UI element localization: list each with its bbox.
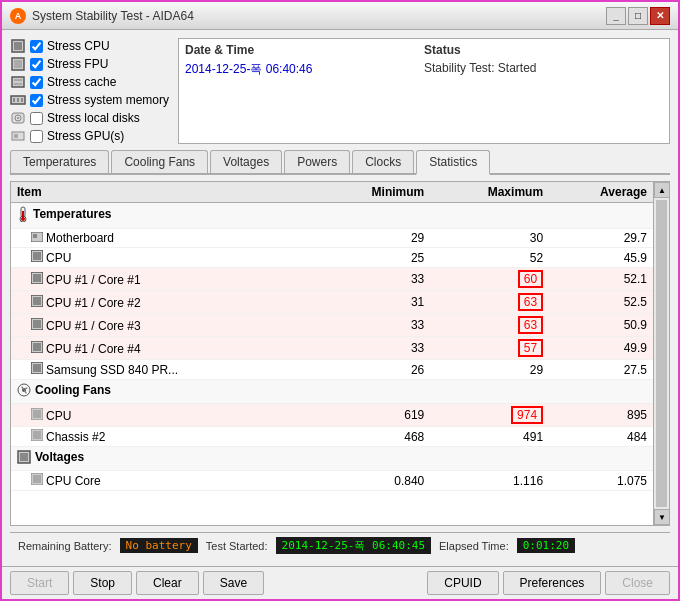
svg-rect-23 (33, 252, 41, 260)
svg-rect-18 (22, 211, 24, 218)
svg-rect-43 (33, 475, 41, 483)
stress-fpu-checkbox[interactable] (30, 58, 43, 71)
section-title: Cooling Fans (35, 383, 111, 397)
svg-rect-25 (33, 274, 41, 282)
svg-point-19 (21, 217, 25, 221)
cell-avg: 484 (549, 427, 653, 447)
content-area: Stress CPU Stress FPU Stress cache (2, 30, 678, 566)
svg-rect-3 (14, 60, 22, 68)
highlighted-max-value: 57 (518, 339, 543, 357)
save-button[interactable]: Save (203, 571, 264, 595)
cell-item: Motherboard (11, 229, 316, 248)
stop-button[interactable]: Stop (73, 571, 132, 595)
stress-cache-checkbox[interactable] (30, 76, 43, 89)
app-icon: A (10, 8, 26, 24)
test-started-value: 2014-12-25-폭 06:40:45 (276, 537, 431, 554)
table-row: CPU #1 / Core #2316352.5 (11, 291, 653, 314)
close-window-button[interactable]: ✕ (650, 7, 670, 25)
stress-gpu-label: Stress GPU(s) (47, 129, 124, 143)
cell-item: CPU #1 / Core #1 (11, 268, 316, 291)
scrollbar[interactable]: ▲ ▼ (653, 182, 669, 525)
battery-value: No battery (120, 538, 198, 553)
table-row: Chassis #2468491484 (11, 427, 653, 447)
tab-bar: Temperatures Cooling Fans Voltages Power… (10, 150, 670, 175)
cpu-icon (10, 38, 26, 54)
tab-voltages[interactable]: Voltages (210, 150, 282, 173)
cell-max: 63 (430, 291, 549, 314)
tab-temperatures[interactable]: Temperatures (10, 150, 109, 173)
svg-rect-39 (33, 431, 41, 439)
cell-max: 30 (430, 229, 549, 248)
cell-max: 491 (430, 427, 549, 447)
svg-rect-29 (33, 320, 41, 328)
elapsed-label: Elapsed Time: (439, 540, 509, 552)
cell-avg: 45.9 (549, 248, 653, 268)
cell-max: 63 (430, 314, 549, 337)
svg-rect-41 (20, 453, 28, 461)
stress-memory-row: Stress system memory (10, 92, 170, 108)
scrollbar-thumb[interactable] (656, 200, 667, 507)
tab-clocks[interactable]: Clocks (352, 150, 414, 173)
disk-icon (10, 110, 26, 126)
stress-memory-checkbox[interactable] (30, 94, 43, 107)
table-scroll-area[interactable]: Item Minimum Maximum Average Temperature… (11, 182, 653, 525)
scroll-down-button[interactable]: ▼ (654, 509, 670, 525)
cell-avg: 49.9 (549, 337, 653, 360)
cell-avg: 29.7 (549, 229, 653, 248)
test-started-label: Test Started: (206, 540, 268, 552)
table-body: Temperatures Motherboard293029.7CPU25524… (11, 203, 653, 491)
status-datetime: 2014-12-25-폭 06:40:46 (185, 61, 424, 78)
stress-gpu-checkbox[interactable] (30, 130, 43, 143)
cell-min: 0.840 (316, 471, 430, 491)
tab-cooling-fans[interactable]: Cooling Fans (111, 150, 208, 173)
scroll-up-button[interactable]: ▲ (654, 182, 670, 198)
window-title: System Stability Test - AIDA64 (32, 9, 194, 23)
stress-fpu-label: Stress FPU (47, 57, 108, 71)
cell-avg: 52.5 (549, 291, 653, 314)
table-row: CPU Core0.8401.1161.075 (11, 471, 653, 491)
datetime-header: Date & Time (185, 43, 424, 57)
stress-options: Stress CPU Stress FPU Stress cache (10, 38, 170, 144)
cell-min: 26 (316, 360, 430, 380)
svg-point-13 (17, 117, 19, 119)
stress-gpu-row: Stress GPU(s) (10, 128, 170, 144)
memory-icon (10, 92, 26, 108)
table-row: Motherboard293029.7 (11, 229, 653, 248)
top-section: Stress CPU Stress FPU Stress cache (10, 38, 670, 144)
cell-min: 29 (316, 229, 430, 248)
table-section-header: Temperatures (11, 203, 653, 229)
maximize-button[interactable]: □ (628, 7, 648, 25)
section-title: Voltages (35, 450, 84, 464)
stress-disks-row: Stress local disks (10, 110, 170, 126)
minimize-button[interactable]: _ (606, 7, 626, 25)
cell-avg: 27.5 (549, 360, 653, 380)
fpu-icon (10, 56, 26, 72)
bottom-info-bar: Remaining Battery: No battery Test Start… (10, 532, 670, 558)
stress-cpu-checkbox[interactable] (30, 40, 43, 53)
stress-cache-row: Stress cache (10, 74, 170, 90)
tab-statistics[interactable]: Statistics (416, 150, 490, 175)
tab-powers[interactable]: Powers (284, 150, 350, 173)
table-section-header: Voltages (11, 447, 653, 471)
stress-disks-checkbox[interactable] (30, 112, 43, 125)
preferences-button[interactable]: Preferences (503, 571, 602, 595)
table-section-header: Cooling Fans (11, 380, 653, 404)
cell-item: CPU (11, 404, 316, 427)
cell-min: 25 (316, 248, 430, 268)
table-row: CPU #1 / Core #4335749.9 (11, 337, 653, 360)
clear-button[interactable]: Clear (136, 571, 199, 595)
voltages-section-icon (17, 450, 31, 464)
svg-rect-4 (12, 77, 24, 87)
col-average: Average (549, 182, 653, 203)
svg-rect-27 (33, 297, 41, 305)
status-header: Date & Time Status (185, 43, 663, 57)
table-row: Samsung SSD 840 PR...262927.5 (11, 360, 653, 380)
elapsed-value: 0:01:20 (517, 538, 575, 553)
close-button[interactable]: Close (605, 571, 670, 595)
cpuid-button[interactable]: CPUID (427, 571, 498, 595)
table-row: CPU #1 / Core #3336350.9 (11, 314, 653, 337)
cell-item: Samsung SSD 840 PR... (11, 360, 316, 380)
svg-rect-15 (14, 134, 18, 138)
start-button[interactable]: Start (10, 571, 69, 595)
battery-label: Remaining Battery: (18, 540, 112, 552)
